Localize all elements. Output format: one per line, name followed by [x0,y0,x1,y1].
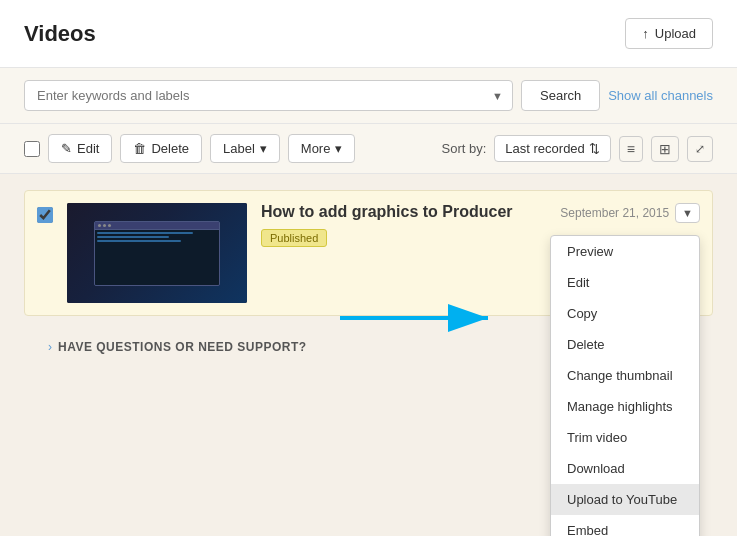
search-button[interactable]: Search [521,80,600,111]
menu-item-edit[interactable]: Edit [551,267,699,298]
menu-item-change-thumbnail[interactable]: Change thumbnail [551,360,699,391]
video-date-section: September 21, 2015 ▼ [560,203,700,223]
label-chevron-icon: ▾ [260,141,267,156]
menu-item-trim-video[interactable]: Trim video [551,422,699,453]
support-link[interactable]: HAVE QUESTIONS OR NEED SUPPORT? [58,340,307,354]
video-checkbox[interactable] [37,207,53,223]
expand-button[interactable]: ⤢ [687,136,713,162]
upload-icon: ↑ [642,26,649,41]
sort-select[interactable]: Last recorded ⇅ [494,135,611,162]
menu-item-delete[interactable]: Delete [551,329,699,360]
video-status-badge: Published [261,229,327,247]
edit-button[interactable]: ✎ Edit [48,134,112,163]
page-header: Videos ↑ Upload [0,0,737,68]
upload-button[interactable]: ↑ Upload [625,18,713,49]
menu-item-embed[interactable]: Embed [551,515,699,536]
edit-icon: ✎ [61,141,72,156]
video-date: September 21, 2015 [560,206,669,220]
show-all-channels-link[interactable]: Show all channels [608,88,713,103]
menu-item-download[interactable]: Download [551,453,699,484]
action-bar: ✎ Edit 🗑 Delete Label ▾ More ▾ Sort by: … [0,124,737,174]
menu-item-copy[interactable]: Copy [551,298,699,329]
blue-arrow-icon [340,300,500,336]
search-input-wrap: ▼ [24,80,513,111]
delete-button[interactable]: 🗑 Delete [120,134,202,163]
more-chevron-icon: ▾ [335,141,342,156]
video-card: How to add graphics to Producer Publishe… [24,190,713,316]
expand-icon: ⤢ [695,142,705,156]
menu-item-upload-to-youtube[interactable]: Upload to YouTube [551,484,699,515]
menu-item-preview[interactable]: Preview [551,236,699,267]
blue-arrow-indicator [340,300,500,336]
content-area: How to add graphics to Producer Publishe… [0,174,737,394]
page-title: Videos [24,21,96,47]
video-options-menu: Preview Edit Copy Delete Change thumbnai… [550,235,700,536]
list-view-icon: ≡ [627,141,635,157]
video-thumbnail [67,203,247,303]
list-view-button[interactable]: ≡ [619,136,643,162]
more-button[interactable]: More ▾ [288,134,356,163]
sort-by-label: Sort by: [442,141,487,156]
grid-view-button[interactable]: ⊞ [651,136,679,162]
search-toolbar: ▼ Search Show all channels [0,68,737,124]
video-options-dropdown-button[interactable]: ▼ [675,203,700,223]
search-input[interactable] [24,80,513,111]
menu-item-manage-highlights[interactable]: Manage highlights [551,391,699,422]
label-button[interactable]: Label ▾ [210,134,280,163]
trash-icon: 🗑 [133,141,146,156]
sort-chevron-icon: ⇅ [589,141,600,156]
select-all-checkbox[interactable] [24,141,40,157]
sort-section: Sort by: Last recorded ⇅ ≡ ⊞ ⤢ [442,135,713,162]
grid-view-icon: ⊞ [659,141,671,157]
support-chevron-icon: › [48,340,52,354]
